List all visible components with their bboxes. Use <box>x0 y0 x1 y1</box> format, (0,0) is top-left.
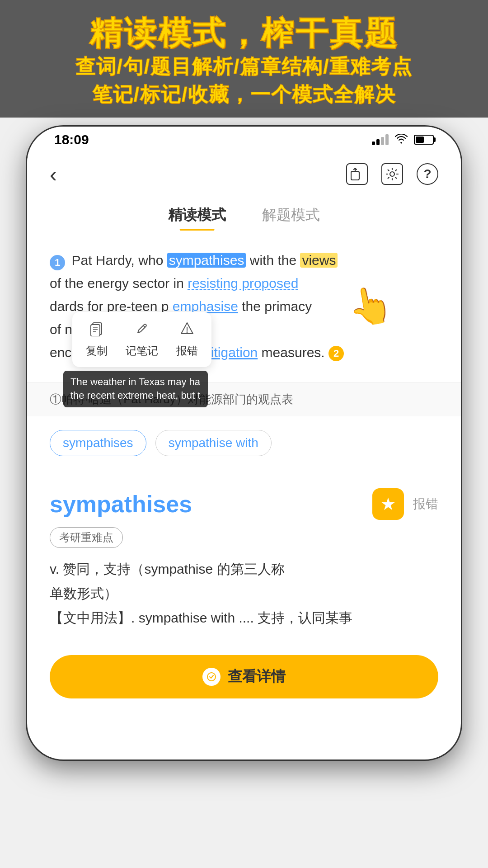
copy-icon <box>89 321 104 340</box>
popup-copy[interactable]: 复制 <box>86 321 108 358</box>
word-definition: v. 赞同，支持（sympathise 的第三人称单数形式） 【文中用法】. s… <box>50 557 438 630</box>
chip-sympathise-with[interactable]: sympathise with <box>155 430 272 456</box>
popup-menu: 复制 记笔记 <box>72 312 211 367</box>
svg-point-10 <box>207 673 216 681</box>
content-area: 1 Pat Hardy, who sympathises with the vi… <box>27 231 461 382</box>
svg-line-7 <box>143 326 145 327</box>
phone-screen: 18:09 <box>27 127 461 760</box>
nav-right-icons: ? <box>346 163 438 185</box>
chip-sympathises[interactable]: sympathises <box>50 430 146 456</box>
tabs-bar: 精读模式 解题模式 <box>27 196 461 231</box>
banner-subtitle2: 笔记/标记/收藏，一个模式全解决 <box>18 80 470 108</box>
phone-frame: 18:09 <box>27 127 461 760</box>
detail-button[interactable]: 查看详情 <box>50 655 438 698</box>
note-icon <box>134 321 150 340</box>
wifi-icon <box>395 132 408 147</box>
back-button[interactable]: ‹ <box>50 162 57 187</box>
error-label: 报错 <box>176 344 198 358</box>
copy-label: 复制 <box>86 344 108 358</box>
word-def-section: sympathises ★ 报错 考研重难点 v. 赞同，支持（sympathi… <box>27 470 461 644</box>
popup-error[interactable]: 报错 <box>176 321 198 358</box>
phone-wrapper: 18:09 <box>0 118 488 760</box>
cursor-hand: 👆 <box>345 281 397 331</box>
svg-point-1 <box>390 172 394 176</box>
svg-rect-0 <box>351 171 359 180</box>
highlight-sympathises[interactable]: sympathises <box>167 253 246 268</box>
popup-note[interactable]: 记笔记 <box>126 321 158 358</box>
link-resisting[interactable]: resisting proposed <box>188 276 298 291</box>
detail-icon <box>202 668 221 686</box>
link-emphasise[interactable]: emphasise <box>173 299 238 314</box>
note-label: 记笔记 <box>126 344 158 358</box>
battery-icon <box>414 135 434 145</box>
highlight-views: views <box>300 253 338 268</box>
settings-button[interactable] <box>381 163 403 185</box>
report-label[interactable]: 报错 <box>413 495 438 513</box>
signal-icon <box>372 134 389 145</box>
star-button[interactable]: ★ <box>372 488 404 520</box>
tab-jieti[interactable]: 解题模式 <box>262 205 320 231</box>
bottom-bar: 查看详情 <box>27 644 461 709</box>
nav-bar: ‹ ? <box>27 153 461 196</box>
word-header: sympathises ★ 报错 <box>50 488 438 520</box>
word-chips: sympathises sympathise with <box>27 416 461 470</box>
error-icon <box>179 321 195 340</box>
detail-label: 查看详情 <box>228 667 286 687</box>
para-num-2: 2 <box>328 346 344 361</box>
banner-subtitle1: 查词/句/题目解析/篇章结构/重难考点 <box>18 52 470 80</box>
top-banner: 精读模式，榨干真题 查词/句/题目解析/篇章结构/重难考点 笔记/标记/收藏，一… <box>0 0 488 118</box>
word-badge: 考研重难点 <box>50 527 123 548</box>
svg-rect-3 <box>91 325 100 336</box>
tab-jingdu[interactable]: 精读模式 <box>168 205 226 231</box>
status-bar: 18:09 <box>27 127 461 153</box>
svg-point-9 <box>187 331 188 333</box>
status-time: 18:09 <box>54 132 89 147</box>
word-right: ★ 报错 <box>372 488 438 520</box>
share-button[interactable] <box>346 163 368 185</box>
para-num-1: 1 <box>50 255 65 270</box>
word-main: sympathises <box>50 491 192 518</box>
status-right <box>372 132 434 147</box>
help-button[interactable]: ? <box>417 163 438 185</box>
banner-title: 精读模式，榨干真题 <box>18 14 470 52</box>
popup-tooltip: The weather in Texas may ha the recent e… <box>63 371 208 408</box>
